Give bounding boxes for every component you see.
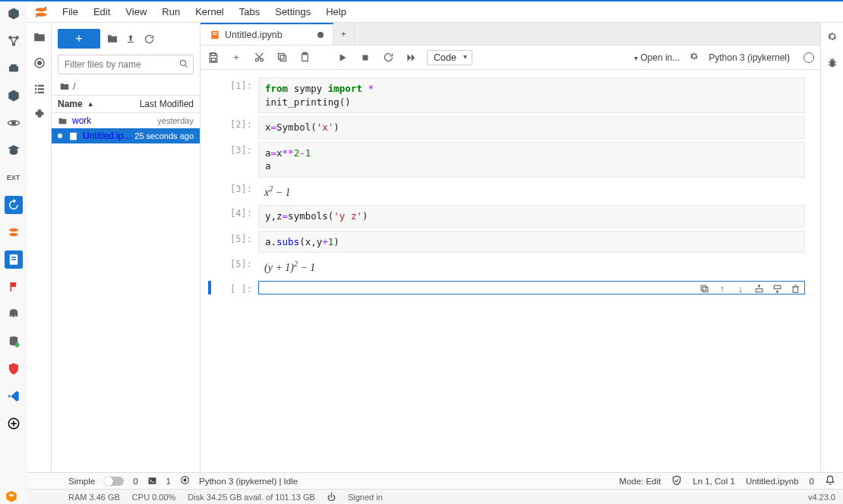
col-name[interactable]: Name [58,99,83,109]
notification-icon[interactable] [825,475,835,487]
breadcrumb[interactable]: / [52,77,200,95]
tab-running-icon[interactable] [31,55,48,71]
move-up-icon[interactable]: ↑ [717,284,728,295]
plug-icon: ⏻ [327,493,336,502]
svg-rect-45 [774,285,781,288]
code-cell[interactable]: [5]:a.subs(x,y+1) [216,231,805,254]
svg-rect-37 [280,55,286,61]
svg-rect-44 [756,289,762,292]
svg-rect-32 [213,33,217,34]
filter-files-input[interactable] [58,55,194,74]
kernel-name[interactable]: Python 3 (ipykernel) [709,52,790,63]
tab-folder-icon[interactable] [31,29,48,46]
gitpod-icon[interactable] [5,490,18,505]
rail-refresh-icon[interactable] [5,196,23,214]
menu-kernel[interactable]: Kernel [189,3,230,20]
code-cell[interactable]: [1]:from sympy import * init_printing() [216,77,805,113]
code-cell[interactable]: [ ]:↑↓ [216,281,805,295]
new-launcher-button[interactable]: + [58,29,100,49]
file-list: workyesterdayUntitled.ip…25 seconds ago [52,113,200,472]
output-cell[interactable]: [5]:(y + 1)2 − 1 [216,256,805,278]
move-down-icon[interactable]: ↓ [735,284,746,295]
tab-untitled[interactable]: Untitled.ipynb [200,23,333,45]
menu-tabs[interactable]: Tabs [233,3,266,20]
cell-input[interactable]: a=x**2-1 a [258,142,805,178]
kernel-session-icon[interactable] [180,475,190,487]
run-icon[interactable] [336,51,349,65]
rail-ext-label[interactable]: EXT [5,169,23,187]
restart-run-icon[interactable] [404,51,418,65]
svg-point-5 [11,121,15,125]
cell-type-select[interactable]: Code [427,50,472,65]
save-icon[interactable] [207,51,220,65]
col-modified[interactable]: Last Modified [140,99,194,109]
code-cell[interactable]: [3]:a=x**2-1 a [216,142,805,178]
copy-icon[interactable] [275,51,289,65]
debug-icon[interactable] [826,57,838,71]
cell-input[interactable]: from sympy import * init_printing() [258,77,805,113]
rail-jupyter-icon[interactable] [5,223,23,241]
menu-edit[interactable]: Edit [87,3,116,20]
cell-output: x2 − 1 [258,181,805,203]
rail-add-icon[interactable] [5,414,23,433]
rail-vscode-icon[interactable] [5,387,23,405]
svg-rect-22 [35,85,36,87]
trusted-icon[interactable] [671,475,682,487]
rail-db-icon[interactable] [5,332,23,351]
bottom-disk: Disk 34.25 GB avail. of 101.13 GB [188,493,315,502]
menu-view[interactable]: View [119,3,153,20]
rail-orbit-icon[interactable] [5,114,23,132]
new-folder-icon[interactable] [106,33,118,45]
delete-cell-icon[interactable] [790,284,800,295]
property-gear-icon[interactable] [826,30,838,45]
insert-above-icon[interactable] [753,284,764,295]
cell-prompt: [5]: [216,231,258,254]
cell-input[interactable]: x=Symbol('x') [258,116,805,139]
right-side-rail [820,23,843,472]
code-cell[interactable]: [4]:y,z=symbols('y z') [216,205,805,228]
cut-icon[interactable] [252,51,266,65]
restart-icon[interactable] [381,51,395,65]
file-row[interactable]: workyesterday [52,113,200,128]
svg-rect-4 [11,65,17,67]
tab-extension-icon[interactable] [31,106,48,123]
paste-icon[interactable] [298,51,311,65]
tab-toc-icon[interactable] [31,80,48,97]
insert-cell-icon[interactable]: + [229,51,243,65]
code-cell[interactable]: [2]:x=Symbol('x') [216,116,805,139]
rail-education-icon[interactable] [5,141,23,159]
simple-toggle[interactable] [104,477,124,486]
left-side-tabs [27,23,52,472]
cell-input[interactable]: a.subs(x,y+1) [258,231,805,254]
insert-below-icon[interactable] [772,284,782,295]
rail-elephant-icon[interactable] [5,305,23,323]
upload-icon[interactable] [125,33,137,45]
notebook-body[interactable]: [1]:from sympy import * init_printing()[… [200,70,820,472]
rail-package-icon[interactable] [5,87,23,105]
stop-icon[interactable] [358,51,372,65]
menu-file[interactable]: File [56,3,84,20]
rail-box-icon[interactable] [5,59,23,77]
tab-add-button[interactable]: + [333,23,355,45]
rail-graph-icon[interactable] [5,32,23,50]
notebook-area: Untitled.ipynb + + [200,23,843,472]
file-row[interactable]: Untitled.ip…25 seconds ago [52,128,200,143]
svg-rect-11 [11,259,16,260]
terminal-icon[interactable] [147,476,157,486]
kernel-gear-icon[interactable] [689,51,699,64]
duplicate-icon[interactable] [699,284,709,295]
refresh-file-icon[interactable] [143,33,155,45]
menu-run[interactable]: Run [156,3,186,20]
rail-doc-icon[interactable] [5,250,23,269]
open-in-select[interactable]: Open in... [634,52,680,63]
rail-shield-icon[interactable] [5,360,23,378]
cell-input[interactable]: y,z=symbols('y z') [258,205,805,228]
output-cell[interactable]: [3]:x2 − 1 [216,181,805,203]
rail-flag-icon[interactable] [5,278,23,296]
svg-rect-31 [213,32,217,33]
menu-settings[interactable]: Settings [269,3,317,20]
menu-help[interactable]: Help [320,3,352,20]
svg-point-19 [45,6,47,8]
rail-cube-icon[interactable] [5,5,23,23]
svg-point-47 [829,60,835,67]
